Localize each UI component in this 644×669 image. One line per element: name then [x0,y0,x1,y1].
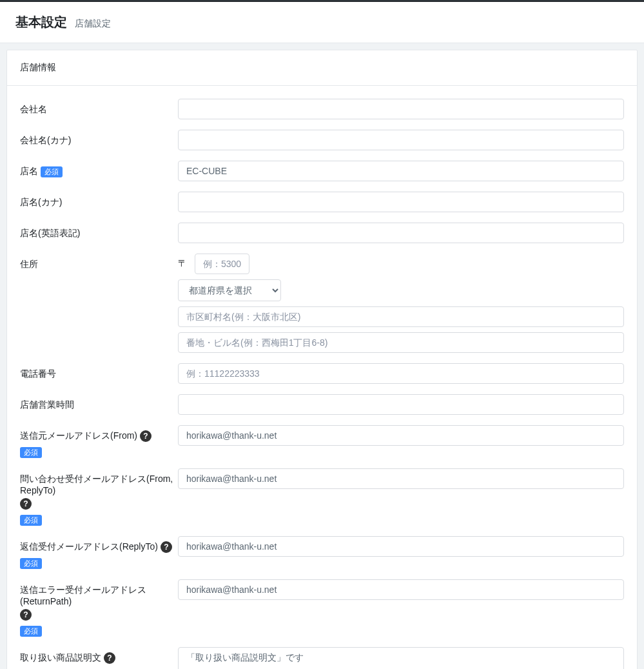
label-email-from-text: 送信元メールアドレス(From) [20,430,137,442]
select-prefecture[interactable]: 都道府県を選択 [178,279,281,301]
input-addr1[interactable] [178,306,624,327]
required-badge: 必須 [20,447,42,458]
label-good-traded-text: 取り扱い商品説明文 [20,652,101,664]
label-shop-name: 店名 必須 [20,161,178,177]
label-email-reply: 返信受付メールアドレス(ReplyTo) ? 必須 [20,536,178,569]
label-email-inquiry: 問い合わせ受付メールアドレス(From, ReplyTo) ? 必須 [20,468,178,526]
required-badge: 必須 [20,626,42,637]
page-subtitle: 店舗設定 [75,18,111,30]
row-shop-name-en: 店名(英語表記) [7,217,637,248]
input-shop-name-en[interactable] [178,223,624,243]
row-phone: 電話番号 [7,358,637,389]
label-company-name-kana: 会社名(カナ) [20,130,178,146]
row-good-traded: 取り扱い商品説明文 ? [7,642,637,669]
content-area: 店舗情報 会社名 会社名(カナ) 店名 必須 店名(カナ) [0,43,644,669]
label-email-return-text: 送信エラー受付メールアドレス(ReturnPath) [20,584,178,606]
help-icon[interactable]: ? [20,498,32,510]
label-business-hours: 店舗営業時間 [20,394,178,411]
label-email-return: 送信エラー受付メールアドレス(ReturnPath) ? 必須 [20,579,178,637]
row-business-hours: 店舗営業時間 [7,389,637,420]
row-email-from: 送信元メールアドレス(From) ? 必須 [7,420,637,463]
input-email-inquiry[interactable] [178,468,624,489]
label-email-reply-text: 返信受付メールアドレス(ReplyTo) [20,541,158,553]
label-good-traded: 取り扱い商品説明文 ? [20,647,178,664]
label-shop-name-kana: 店名(カナ) [20,192,178,208]
required-badge: 必須 [20,558,42,569]
row-shop-name-kana: 店名(カナ) [7,186,637,217]
input-company-name[interactable] [178,99,624,119]
input-shop-name[interactable] [178,161,624,181]
help-icon[interactable]: ? [104,652,115,664]
input-business-hours[interactable] [178,394,624,415]
row-company-name: 会社名 [7,86,637,125]
section-title: 店舗情報 [7,50,637,86]
label-email-from: 送信元メールアドレス(From) ? 必須 [20,425,178,458]
input-phone[interactable] [178,363,624,384]
input-addr2[interactable] [178,332,624,353]
row-address: 住所 〒 都道府県を選択 [7,248,637,358]
row-shop-name: 店名 必須 [7,155,637,186]
help-icon[interactable]: ? [161,541,172,553]
input-email-reply[interactable] [178,536,624,557]
label-shop-name-text: 店名 [20,166,38,177]
help-icon[interactable]: ? [140,430,151,442]
postal-symbol: 〒 [178,258,187,270]
page-title: 基本設定 [15,14,67,31]
row-email-inquiry: 問い合わせ受付メールアドレス(From, ReplyTo) ? 必須 [7,463,637,531]
input-company-name-kana[interactable] [178,130,624,150]
label-shop-name-en: 店名(英語表記) [20,223,178,239]
required-badge: 必須 [20,515,42,526]
row-email-return: 送信エラー受付メールアドレス(ReturnPath) ? 必須 [7,574,637,642]
label-address: 住所 [20,254,178,270]
row-company-name-kana: 会社名(カナ) [7,125,637,155]
textarea-good-traded[interactable] [178,647,624,669]
help-icon[interactable]: ? [20,609,32,621]
input-shop-name-kana[interactable] [178,192,624,212]
row-email-reply: 返信受付メールアドレス(ReplyTo) ? 必須 [7,531,637,574]
input-email-return[interactable] [178,579,624,600]
input-email-from[interactable] [178,425,624,446]
input-postal-code[interactable] [195,254,249,274]
shop-info-card: 店舗情報 会社名 会社名(カナ) 店名 必須 店名(カナ) [6,50,638,669]
required-badge: 必須 [41,166,63,177]
label-email-inquiry-text: 問い合わせ受付メールアドレス(From, ReplyTo) [20,474,178,495]
label-phone: 電話番号 [20,363,178,380]
page-header: 基本設定 店舗設定 [0,2,644,43]
label-company-name: 会社名 [20,99,178,115]
